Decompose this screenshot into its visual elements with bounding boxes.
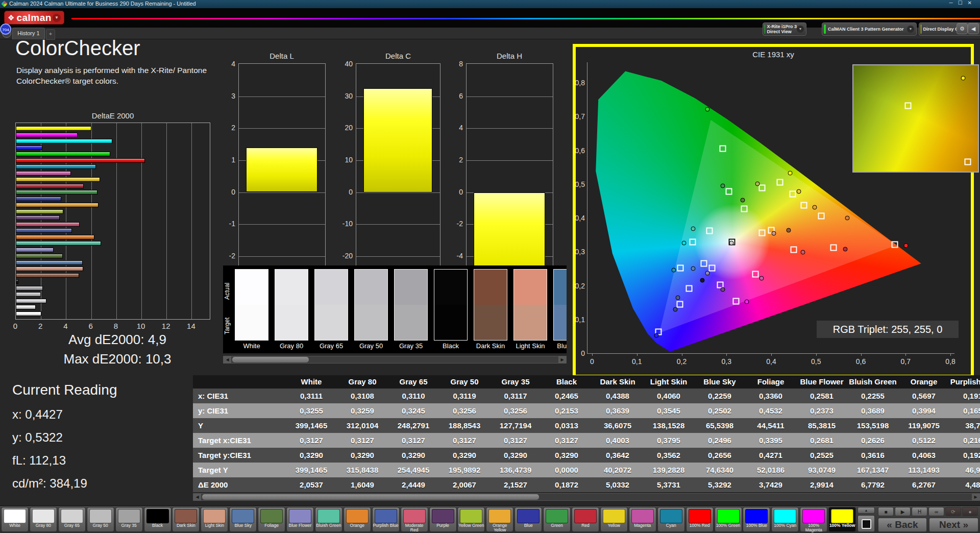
patch-button-yellow[interactable]: Yellow: [600, 507, 628, 532]
scroll-right-icon[interactable]: ▶: [972, 494, 979, 500]
measured-marker-foliage: [740, 198, 745, 202]
patch-button-black[interactable]: Black: [144, 507, 172, 532]
cie-plot-area: RGB Triplet: 255, 255, 0: [587, 62, 967, 354]
calman-menu-button[interactable]: ❖ calman ▼: [4, 11, 64, 25]
patch-button-100-magenta[interactable]: 100% Magenta: [800, 507, 827, 532]
patch-button-100-red[interactable]: 100% Red: [686, 507, 714, 532]
patch-button-orange[interactable]: Orange: [344, 507, 371, 532]
patch-compare-gray-80[interactable]: [275, 269, 308, 341]
patch-button-cyan[interactable]: Cyan: [657, 507, 685, 532]
patch-button-bluish-green[interactable]: Bluish Green: [315, 507, 342, 532]
patch-button-yellow-green[interactable]: Yellow Green: [457, 507, 485, 532]
deltae-bar-100-yellow: [16, 126, 91, 131]
scroll-right-icon[interactable]: ▶: [558, 356, 566, 363]
patch-button-gray-50[interactable]: Gray 50: [87, 507, 114, 532]
measured-marker-purplish-blue: [675, 295, 680, 300]
patch-compare-gray-35[interactable]: [394, 269, 428, 341]
pattern-hold-button[interactable]: H: [912, 507, 927, 516]
table-cell: 312,0104: [337, 418, 388, 433]
gridline: [356, 224, 440, 225]
patch-color: [689, 509, 711, 523]
stop-button[interactable]: ■: [878, 507, 894, 516]
table-cell: 399,1465: [286, 418, 337, 433]
toolbar-up-button[interactable]: ▲: [857, 507, 875, 514]
strip-scrollbar[interactable]: ◀ ▶: [223, 356, 567, 364]
patch-button-label: Purplish Blue: [373, 523, 399, 528]
back-button[interactable]: « Back: [878, 518, 927, 532]
close-button[interactable]: ✕: [968, 0, 977, 6]
table-row: Target y:CIE310,32900,32900,32900,32900,…: [193, 448, 980, 463]
table-cell: 2,0067: [439, 477, 490, 492]
patch-button-blue-flower[interactable]: Blue Flower: [286, 507, 314, 532]
patch-compare-black[interactable]: [434, 269, 468, 341]
patch-button-blue-sky[interactable]: Blue Sky: [229, 507, 257, 532]
table-scroll-thumb[interactable]: [202, 494, 539, 500]
minimize-button[interactable]: ─: [949, 0, 958, 6]
table-cell: 254,4945: [388, 463, 439, 477]
table-cell: 5,0332: [592, 477, 643, 492]
pattern-window-button[interactable]: [857, 515, 875, 532]
table-cell: 0,3360: [745, 389, 796, 403]
target-marker-blue: [677, 301, 683, 307]
settings-gear-button[interactable]: ⚙: [957, 23, 968, 34]
table-scrollbar[interactable]: ◀ ▶: [193, 493, 980, 501]
scroll-left-icon[interactable]: ◀: [224, 356, 231, 363]
patch-button-orange-yellow[interactable]: Orange Yellow: [486, 507, 513, 532]
patch-button-100-green[interactable]: 100% Green: [715, 507, 742, 532]
zoom-inset: [852, 64, 979, 173]
patch-button-light-skin[interactable]: Light Skin: [201, 507, 228, 532]
strip-scroll-thumb[interactable]: [232, 357, 309, 362]
patch-button-purplish-blue[interactable]: Purplish Blue: [372, 507, 400, 532]
target-marker-100-magenta: [732, 298, 739, 304]
patch-compare-white[interactable]: [235, 269, 268, 341]
patch-button-dark-skin[interactable]: Dark Skin: [172, 507, 200, 532]
gridline: [356, 256, 440, 257]
deltae-bar-purplish-blue: [16, 228, 72, 233]
patch-button-gray-65[interactable]: Gray 65: [58, 507, 86, 532]
patch-button-white[interactable]: White: [1, 507, 29, 532]
measured-marker-bluish-green: [691, 226, 695, 231]
patch-compare-blue-sky[interactable]: [553, 269, 567, 341]
patch-button-100-cyan[interactable]: 100% Cyan: [771, 507, 799, 532]
patch-button-blue[interactable]: Blue: [514, 507, 542, 532]
target-marker-100-yellow: [776, 179, 783, 186]
patch-button-red[interactable]: Red: [572, 507, 599, 532]
deltae-bar-green: [16, 190, 97, 195]
cie-1931-chart[interactable]: CIE 1931 xy RGB Triplet: 255, 255, 0 00,…: [573, 44, 974, 378]
sync-button[interactable]: ⟳: [945, 507, 961, 516]
patch-button-magenta[interactable]: Magenta: [629, 507, 656, 532]
axis-tick-label: 2: [446, 156, 463, 164]
meter-mode-badge[interactable]: 704: [0, 23, 11, 35]
loop-infinite-button[interactable]: ∞: [928, 507, 944, 516]
patch-compare-dark-skin[interactable]: [474, 269, 507, 341]
patch-button-100-blue[interactable]: 100% Blue: [743, 507, 770, 532]
maximize-button[interactable]: ☐: [958, 0, 968, 6]
column-header-bluish-green: Bluish Green: [847, 375, 898, 389]
target-marker-green: [725, 188, 732, 195]
patch-button-gray-35[interactable]: Gray 35: [115, 507, 143, 532]
patch-compare-gray-65[interactable]: [314, 269, 348, 341]
patch-button-gray-80[interactable]: Gray 80: [30, 507, 57, 532]
measured-marker-purple: [720, 287, 725, 292]
measured-marker-yellow: [797, 189, 801, 194]
pattern-generator-dropdown[interactable]: CalMAN Client 3 Pattern Generator ▼: [822, 22, 917, 36]
play-button[interactable]: ▶: [895, 507, 911, 516]
patch-button-green[interactable]: Green: [543, 507, 571, 532]
table-cell: 0,2373: [796, 403, 847, 418]
patch-button-moderate-red[interactable]: Moderate Red: [401, 507, 428, 532]
patch-button-100-yellow[interactable]: 100% Yellow: [828, 507, 856, 532]
meter-dropdown[interactable]: X-Rite i1Pro 3Direct View ▼: [763, 22, 806, 36]
scroll-left-icon[interactable]: ◀: [193, 494, 201, 500]
next-button[interactable]: Next »: [929, 518, 978, 532]
patch-button-foliage[interactable]: Foliage: [258, 507, 285, 532]
patch-compare-gray-50[interactable]: [354, 269, 388, 341]
calman-window: Calman 2024 Calman Ultimate for Business…: [0, 0, 980, 533]
collapse-panel-button[interactable]: ◀: [968, 23, 979, 34]
patch-compare-light-skin[interactable]: [513, 269, 547, 341]
patch-label: Dark Skin: [474, 342, 507, 350]
patch-button-purple[interactable]: Purple: [429, 507, 457, 532]
record-button[interactable]: ●: [962, 507, 978, 516]
measured-marker-blue-sky: [691, 266, 696, 271]
measured-marker-red: [843, 247, 848, 251]
table-cell: 3,7429: [745, 477, 796, 492]
